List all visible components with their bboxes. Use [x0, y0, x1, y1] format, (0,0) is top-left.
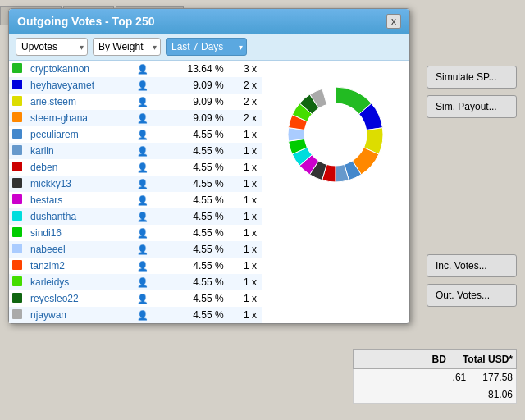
vote-count: 1 x — [229, 274, 262, 290]
vote-pct: 4.55 % — [162, 241, 229, 258]
color-indicator — [12, 63, 22, 73]
vote-pct: 4.55 % — [162, 307, 229, 323]
color-indicator — [12, 244, 22, 253]
vote-count: 3 x — [229, 61, 262, 77]
filter-sort-select[interactable]: By Weight By Count — [93, 38, 161, 56]
user-icon: 👤 — [132, 61, 162, 77]
filter-type-wrapper: Upvotes Downvotes All — [16, 38, 88, 56]
table-row: karleidys 👤 4.55 % 1 x — [9, 274, 262, 290]
color-indicator — [12, 145, 22, 155]
vote-pct: 4.55 % — [162, 225, 229, 241]
voter-name[interactable]: nabeeel — [25, 241, 132, 258]
inc-votes-button[interactable]: Inc. Votes... — [427, 254, 517, 277]
modal-close-button[interactable]: x — [386, 14, 401, 29]
filter-period-select[interactable]: Last 7 Days Last 30 Days All Time — [166, 38, 247, 56]
table-row: dushantha 👤 4.55 % 1 x — [9, 208, 262, 225]
voter-name[interactable]: deben — [25, 159, 132, 176]
voter-name[interactable]: peculiarem — [25, 126, 132, 143]
user-icon: 👤 — [132, 274, 162, 290]
table-row: mickky13 👤 4.55 % 1 x — [9, 176, 262, 192]
modal-header: Outgoing Votes - Top 250 x — [9, 9, 409, 34]
outgoing-votes-modal: Outgoing Votes - Top 250 x Upvotes Downv… — [8, 8, 410, 324]
table-row: reyesleo22 👤 4.55 % 1 x — [9, 290, 262, 307]
table-row: steem-ghana 👤 9.09 % 2 x — [9, 110, 262, 126]
user-icon: 👤 — [132, 94, 162, 110]
voter-name[interactable]: mickky13 — [25, 176, 132, 192]
color-indicator — [12, 96, 22, 106]
vote-count: 1 x — [229, 192, 262, 208]
color-indicator — [12, 276, 22, 286]
voter-name[interactable]: heyhaveyamet — [25, 77, 132, 94]
voter-name[interactable]: sindi16 — [25, 225, 132, 241]
modal-toolbar: Upvotes Downvotes All By Weight By Count… — [9, 34, 409, 61]
bg-table-row-2: 81.06 — [353, 386, 517, 404]
color-indicator — [12, 309, 22, 319]
vote-pct: 9.09 % — [162, 77, 229, 94]
color-indicator — [12, 260, 22, 270]
vote-pct: 4.55 % — [162, 258, 229, 274]
color-indicator — [12, 112, 22, 122]
donut-svg — [274, 73, 397, 196]
voter-name[interactable]: tanzim2 — [25, 258, 132, 274]
voter-name[interactable]: reyesleo22 — [25, 290, 132, 307]
voter-name[interactable]: bestars — [25, 192, 132, 208]
svg-point-0 — [304, 103, 367, 166]
voter-name[interactable]: dushantha — [25, 208, 132, 225]
color-indicator — [12, 227, 22, 237]
bg-table-header: BD Total USD* — [353, 349, 517, 369]
user-icon: 👤 — [132, 258, 162, 274]
donut-chart — [274, 73, 397, 196]
vote-count: 1 x — [229, 290, 262, 307]
filter-type-select[interactable]: Upvotes Downvotes All — [16, 38, 88, 56]
vote-count: 1 x — [229, 307, 262, 323]
out-votes-button[interactable]: Out. Votes... — [427, 284, 517, 307]
voter-name[interactable]: steem-ghana — [25, 110, 132, 126]
user-icon: 👤 — [132, 290, 162, 307]
voter-name[interactable]: njaywan — [25, 307, 132, 323]
votes-table: cryptokannon 👤 13.64 % 3 x heyhaveyamet … — [9, 61, 262, 323]
color-indicator — [12, 178, 22, 188]
vote-pct: 4.55 % — [162, 208, 229, 225]
table-row: bestars 👤 4.55 % 1 x — [9, 192, 262, 208]
voter-name[interactable]: arie.steem — [25, 94, 132, 110]
chart-section — [262, 61, 409, 323]
vote-count: 1 x — [229, 143, 262, 159]
background-buttons-bottom: Inc. Votes... Out. Votes... — [427, 254, 517, 313]
user-icon: 👤 — [132, 225, 162, 241]
table-row: sindi16 👤 4.55 % 1 x — [9, 225, 262, 241]
vote-pct: 9.09 % — [162, 94, 229, 110]
table-row: tanzim2 👤 4.55 % 1 x — [9, 258, 262, 274]
color-indicator — [12, 129, 22, 139]
vote-pct: 4.55 % — [162, 126, 229, 143]
table-row: nabeeel 👤 4.55 % 1 x — [9, 241, 262, 258]
voter-name[interactable]: cryptokannon — [25, 61, 132, 77]
vote-pct: 4.55 % — [162, 159, 229, 176]
user-icon: 👤 — [132, 176, 162, 192]
vote-pct: 4.55 % — [162, 274, 229, 290]
user-icon: 👤 — [132, 110, 162, 126]
user-icon: 👤 — [132, 192, 162, 208]
table-row: peculiarem 👤 4.55 % 1 x — [9, 126, 262, 143]
user-icon: 👤 — [132, 143, 162, 159]
table-row: njaywan 👤 4.55 % 1 x — [9, 307, 262, 323]
vote-count: 1 x — [229, 241, 262, 258]
user-icon: 👤 — [132, 241, 162, 258]
user-icon: 👤 — [132, 77, 162, 94]
table-row: karlin 👤 4.55 % 1 x — [9, 143, 262, 159]
color-indicator — [12, 80, 22, 89]
vote-count: 2 x — [229, 110, 262, 126]
votes-table-section: cryptokannon 👤 13.64 % 3 x heyhaveyamet … — [9, 61, 262, 323]
table-row: cryptokannon 👤 13.64 % 3 x — [9, 61, 262, 77]
sim-payout-button[interactable]: Sim. Payout... — [427, 95, 517, 118]
modal-title: Outgoing Votes - Top 250 — [17, 15, 154, 28]
table-row: heyhaveyamet 👤 9.09 % 2 x — [9, 77, 262, 94]
vote-pct: 4.55 % — [162, 290, 229, 307]
background-buttons: Simulate SP... Sim. Payout... — [427, 66, 517, 125]
voter-name[interactable]: karleidys — [25, 274, 132, 290]
vote-count: 1 x — [229, 208, 262, 225]
simulate-sp-button[interactable]: Simulate SP... — [427, 66, 517, 89]
voter-name[interactable]: karlin — [25, 143, 132, 159]
vote-pct: 13.64 % — [162, 61, 229, 77]
user-icon: 👤 — [132, 159, 162, 176]
modal-body: cryptokannon 👤 13.64 % 3 x heyhaveyamet … — [9, 61, 409, 323]
